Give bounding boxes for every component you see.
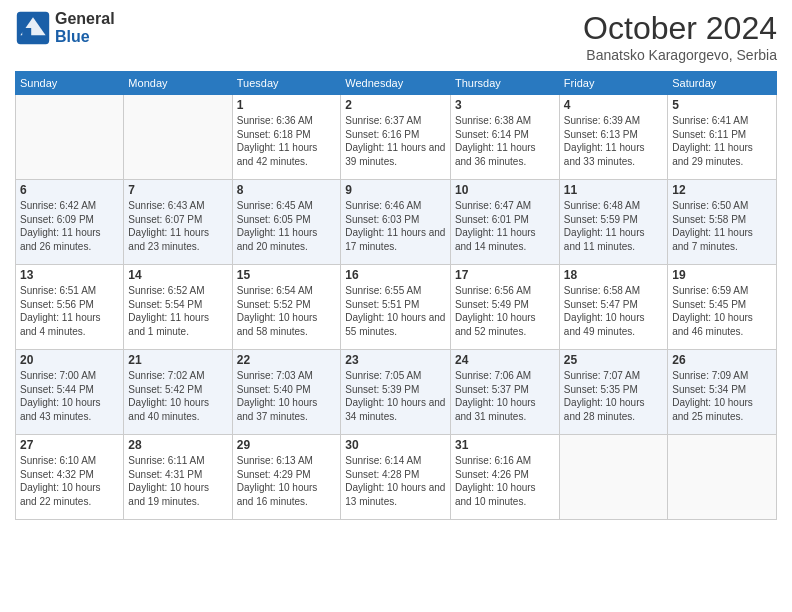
day-number: 2 bbox=[345, 98, 446, 112]
day-number: 22 bbox=[237, 353, 337, 367]
day-number: 23 bbox=[345, 353, 446, 367]
calendar-cell bbox=[16, 95, 124, 180]
day-info: Sunrise: 6:16 AM Sunset: 4:26 PM Dayligh… bbox=[455, 454, 555, 508]
calendar-week-4: 20Sunrise: 7:00 AM Sunset: 5:44 PM Dayli… bbox=[16, 350, 777, 435]
logo-icon bbox=[15, 10, 51, 46]
calendar-cell: 28Sunrise: 6:11 AM Sunset: 4:31 PM Dayli… bbox=[124, 435, 232, 520]
calendar-cell: 8Sunrise: 6:45 AM Sunset: 6:05 PM Daylig… bbox=[232, 180, 341, 265]
calendar-cell: 27Sunrise: 6:10 AM Sunset: 4:32 PM Dayli… bbox=[16, 435, 124, 520]
day-info: Sunrise: 6:36 AM Sunset: 6:18 PM Dayligh… bbox=[237, 114, 337, 168]
day-number: 14 bbox=[128, 268, 227, 282]
day-number: 12 bbox=[672, 183, 772, 197]
calendar-header-row: SundayMondayTuesdayWednesdayThursdayFrid… bbox=[16, 72, 777, 95]
day-number: 8 bbox=[237, 183, 337, 197]
day-info: Sunrise: 6:11 AM Sunset: 4:31 PM Dayligh… bbox=[128, 454, 227, 508]
day-number: 18 bbox=[564, 268, 663, 282]
day-number: 27 bbox=[20, 438, 119, 452]
svg-rect-2 bbox=[22, 28, 31, 41]
calendar-cell: 13Sunrise: 6:51 AM Sunset: 5:56 PM Dayli… bbox=[16, 265, 124, 350]
day-number: 9 bbox=[345, 183, 446, 197]
calendar-cell: 6Sunrise: 6:42 AM Sunset: 6:09 PM Daylig… bbox=[16, 180, 124, 265]
calendar-week-2: 6Sunrise: 6:42 AM Sunset: 6:09 PM Daylig… bbox=[16, 180, 777, 265]
calendar-cell bbox=[559, 435, 667, 520]
day-info: Sunrise: 6:39 AM Sunset: 6:13 PM Dayligh… bbox=[564, 114, 663, 168]
calendar-cell: 16Sunrise: 6:55 AM Sunset: 5:51 PM Dayli… bbox=[341, 265, 451, 350]
calendar-cell bbox=[668, 435, 777, 520]
day-info: Sunrise: 7:02 AM Sunset: 5:42 PM Dayligh… bbox=[128, 369, 227, 423]
day-info: Sunrise: 6:52 AM Sunset: 5:54 PM Dayligh… bbox=[128, 284, 227, 338]
calendar-cell: 4Sunrise: 6:39 AM Sunset: 6:13 PM Daylig… bbox=[559, 95, 667, 180]
calendar-cell: 19Sunrise: 6:59 AM Sunset: 5:45 PM Dayli… bbox=[668, 265, 777, 350]
logo-text: General Blue bbox=[55, 10, 115, 45]
logo-general: General bbox=[55, 10, 115, 28]
calendar-cell: 1Sunrise: 6:36 AM Sunset: 6:18 PM Daylig… bbox=[232, 95, 341, 180]
calendar-header-saturday: Saturday bbox=[668, 72, 777, 95]
calendar-header-wednesday: Wednesday bbox=[341, 72, 451, 95]
day-number: 5 bbox=[672, 98, 772, 112]
day-number: 19 bbox=[672, 268, 772, 282]
day-number: 6 bbox=[20, 183, 119, 197]
day-info: Sunrise: 6:38 AM Sunset: 6:14 PM Dayligh… bbox=[455, 114, 555, 168]
calendar-header-tuesday: Tuesday bbox=[232, 72, 341, 95]
calendar-cell: 9Sunrise: 6:46 AM Sunset: 6:03 PM Daylig… bbox=[341, 180, 451, 265]
day-info: Sunrise: 7:00 AM Sunset: 5:44 PM Dayligh… bbox=[20, 369, 119, 423]
calendar-cell bbox=[124, 95, 232, 180]
day-info: Sunrise: 6:37 AM Sunset: 6:16 PM Dayligh… bbox=[345, 114, 446, 168]
calendar-cell: 20Sunrise: 7:00 AM Sunset: 5:44 PM Dayli… bbox=[16, 350, 124, 435]
header: General Blue October 2024 Banatsko Karag… bbox=[15, 10, 777, 63]
day-info: Sunrise: 6:47 AM Sunset: 6:01 PM Dayligh… bbox=[455, 199, 555, 253]
calendar-cell: 10Sunrise: 6:47 AM Sunset: 6:01 PM Dayli… bbox=[451, 180, 560, 265]
day-number: 25 bbox=[564, 353, 663, 367]
calendar-cell: 5Sunrise: 6:41 AM Sunset: 6:11 PM Daylig… bbox=[668, 95, 777, 180]
day-info: Sunrise: 7:05 AM Sunset: 5:39 PM Dayligh… bbox=[345, 369, 446, 423]
calendar-header-sunday: Sunday bbox=[16, 72, 124, 95]
location-subtitle: Banatsko Karagorgevo, Serbia bbox=[583, 47, 777, 63]
calendar-cell: 31Sunrise: 6:16 AM Sunset: 4:26 PM Dayli… bbox=[451, 435, 560, 520]
calendar-cell: 12Sunrise: 6:50 AM Sunset: 5:58 PM Dayli… bbox=[668, 180, 777, 265]
logo-blue: Blue bbox=[55, 28, 115, 46]
calendar-cell: 24Sunrise: 7:06 AM Sunset: 5:37 PM Dayli… bbox=[451, 350, 560, 435]
calendar-cell: 29Sunrise: 6:13 AM Sunset: 4:29 PM Dayli… bbox=[232, 435, 341, 520]
day-number: 3 bbox=[455, 98, 555, 112]
day-number: 13 bbox=[20, 268, 119, 282]
page: General Blue October 2024 Banatsko Karag… bbox=[0, 0, 792, 612]
calendar-header-friday: Friday bbox=[559, 72, 667, 95]
calendar-cell: 17Sunrise: 6:56 AM Sunset: 5:49 PM Dayli… bbox=[451, 265, 560, 350]
day-info: Sunrise: 7:03 AM Sunset: 5:40 PM Dayligh… bbox=[237, 369, 337, 423]
calendar-cell: 18Sunrise: 6:58 AM Sunset: 5:47 PM Dayli… bbox=[559, 265, 667, 350]
day-info: Sunrise: 6:59 AM Sunset: 5:45 PM Dayligh… bbox=[672, 284, 772, 338]
day-number: 29 bbox=[237, 438, 337, 452]
calendar-week-5: 27Sunrise: 6:10 AM Sunset: 4:32 PM Dayli… bbox=[16, 435, 777, 520]
calendar-cell: 15Sunrise: 6:54 AM Sunset: 5:52 PM Dayli… bbox=[232, 265, 341, 350]
calendar-cell: 2Sunrise: 6:37 AM Sunset: 6:16 PM Daylig… bbox=[341, 95, 451, 180]
day-number: 31 bbox=[455, 438, 555, 452]
day-number: 1 bbox=[237, 98, 337, 112]
day-info: Sunrise: 6:55 AM Sunset: 5:51 PM Dayligh… bbox=[345, 284, 446, 338]
logo: General Blue bbox=[15, 10, 115, 46]
day-info: Sunrise: 6:56 AM Sunset: 5:49 PM Dayligh… bbox=[455, 284, 555, 338]
calendar-cell: 30Sunrise: 6:14 AM Sunset: 4:28 PM Dayli… bbox=[341, 435, 451, 520]
calendar-cell: 23Sunrise: 7:05 AM Sunset: 5:39 PM Dayli… bbox=[341, 350, 451, 435]
day-info: Sunrise: 6:50 AM Sunset: 5:58 PM Dayligh… bbox=[672, 199, 772, 253]
calendar-header-monday: Monday bbox=[124, 72, 232, 95]
day-number: 7 bbox=[128, 183, 227, 197]
day-info: Sunrise: 7:06 AM Sunset: 5:37 PM Dayligh… bbox=[455, 369, 555, 423]
calendar-cell: 26Sunrise: 7:09 AM Sunset: 5:34 PM Dayli… bbox=[668, 350, 777, 435]
day-info: Sunrise: 6:13 AM Sunset: 4:29 PM Dayligh… bbox=[237, 454, 337, 508]
day-number: 24 bbox=[455, 353, 555, 367]
day-info: Sunrise: 6:10 AM Sunset: 4:32 PM Dayligh… bbox=[20, 454, 119, 508]
day-number: 17 bbox=[455, 268, 555, 282]
day-info: Sunrise: 6:46 AM Sunset: 6:03 PM Dayligh… bbox=[345, 199, 446, 253]
calendar-cell: 3Sunrise: 6:38 AM Sunset: 6:14 PM Daylig… bbox=[451, 95, 560, 180]
day-number: 4 bbox=[564, 98, 663, 112]
calendar-header-thursday: Thursday bbox=[451, 72, 560, 95]
calendar-cell: 21Sunrise: 7:02 AM Sunset: 5:42 PM Dayli… bbox=[124, 350, 232, 435]
calendar-cell: 11Sunrise: 6:48 AM Sunset: 5:59 PM Dayli… bbox=[559, 180, 667, 265]
day-info: Sunrise: 7:09 AM Sunset: 5:34 PM Dayligh… bbox=[672, 369, 772, 423]
day-info: Sunrise: 6:48 AM Sunset: 5:59 PM Dayligh… bbox=[564, 199, 663, 253]
day-info: Sunrise: 6:43 AM Sunset: 6:07 PM Dayligh… bbox=[128, 199, 227, 253]
day-info: Sunrise: 7:07 AM Sunset: 5:35 PM Dayligh… bbox=[564, 369, 663, 423]
day-number: 15 bbox=[237, 268, 337, 282]
day-number: 10 bbox=[455, 183, 555, 197]
day-info: Sunrise: 6:41 AM Sunset: 6:11 PM Dayligh… bbox=[672, 114, 772, 168]
